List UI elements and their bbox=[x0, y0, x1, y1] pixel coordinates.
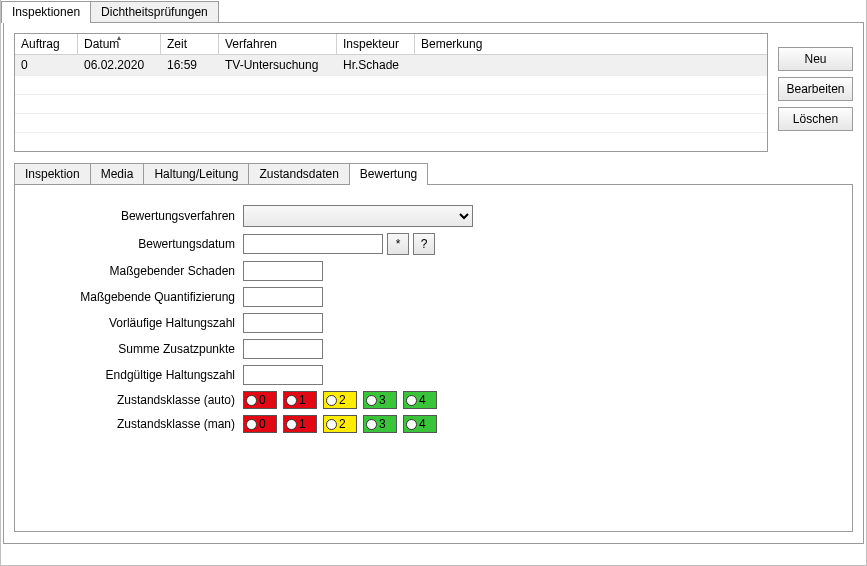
label-massgebender-schaden: Maßgebender Schaden bbox=[35, 264, 243, 278]
input-vorlaeufige-haltungszahl[interactable] bbox=[243, 313, 323, 333]
tab-panel-inspektionen: Auftrag ▴Datum Zeit Verfahren Inspekteur… bbox=[3, 22, 864, 544]
radio-label: 0 bbox=[259, 417, 266, 431]
cell-bemerkung bbox=[415, 55, 767, 75]
tab-dichtheitspruefungen[interactable]: Dichtheitsprüfungen bbox=[90, 1, 219, 23]
radio-label: 4 bbox=[419, 417, 426, 431]
input-bewertungsdatum[interactable] bbox=[243, 234, 383, 254]
label-massgebende-quantifizierung: Maßgebende Quantifizierung bbox=[35, 290, 243, 304]
radio-zk-man-3[interactable]: 3 bbox=[363, 415, 397, 433]
neu-button[interactable]: Neu bbox=[778, 47, 853, 71]
radio-label: 3 bbox=[379, 393, 386, 407]
col-header-auftrag[interactable]: Auftrag bbox=[15, 34, 78, 54]
table-row[interactable] bbox=[15, 113, 767, 132]
cell-zeit: 16:59 bbox=[161, 55, 219, 75]
cell-auftrag: 0 bbox=[15, 55, 78, 75]
input-endgueltige-haltungszahl[interactable] bbox=[243, 365, 323, 385]
radio-zk-auto-4[interactable]: 4 bbox=[403, 391, 437, 409]
radio-label: 0 bbox=[259, 393, 266, 407]
label-bewertungsverfahren: Bewertungsverfahren bbox=[35, 209, 243, 223]
table-row[interactable] bbox=[15, 94, 767, 113]
tab-haltung-leitung[interactable]: Haltung/Leitung bbox=[143, 163, 249, 185]
radio-label: 1 bbox=[299, 393, 306, 407]
radio-icon bbox=[366, 395, 377, 406]
radio-icon bbox=[406, 395, 417, 406]
zustandsklasse-auto-group: 0 1 2 3 4 bbox=[243, 391, 437, 409]
label-zustandsklasse-man: Zustandsklasse (man) bbox=[35, 417, 243, 431]
radio-label: 2 bbox=[339, 417, 346, 431]
tab-media[interactable]: Media bbox=[90, 163, 145, 185]
table-row[interactable] bbox=[15, 132, 767, 151]
input-massgebender-schaden[interactable] bbox=[243, 261, 323, 281]
col-header-bemerkung[interactable]: Bemerkung bbox=[415, 34, 767, 54]
tab-bewertung[interactable]: Bewertung bbox=[349, 163, 428, 185]
radio-zk-man-0[interactable]: 0 bbox=[243, 415, 277, 433]
radio-label: 4 bbox=[419, 393, 426, 407]
zustandsklasse-man-group: 0 1 2 3 4 bbox=[243, 415, 437, 433]
radio-zk-auto-0[interactable]: 0 bbox=[243, 391, 277, 409]
tab-inspektionen[interactable]: Inspektionen bbox=[1, 1, 91, 23]
tab-inspektion[interactable]: Inspektion bbox=[14, 163, 91, 185]
top-tab-bar: Inspektionen Dichtheitsprüfungen bbox=[1, 0, 866, 22]
label-endgueltige-haltungszahl: Endgültige Haltungszahl bbox=[35, 368, 243, 382]
cell-inspekteur: Hr.Schade bbox=[337, 55, 415, 75]
radio-icon bbox=[286, 395, 297, 406]
bearbeiten-button[interactable]: Bearbeiten bbox=[778, 77, 853, 101]
table-row[interactable] bbox=[15, 75, 767, 94]
col-header-datum-label: Datum bbox=[84, 37, 119, 51]
label-summe-zusatzpunkte: Summe Zusatzpunkte bbox=[35, 342, 243, 356]
radio-icon bbox=[246, 395, 257, 406]
col-header-datum[interactable]: ▴Datum bbox=[78, 34, 161, 54]
col-header-verfahren[interactable]: Verfahren bbox=[219, 34, 337, 54]
radio-label: 2 bbox=[339, 393, 346, 407]
input-massgebende-quantifizierung[interactable] bbox=[243, 287, 323, 307]
cell-datum: 06.02.2020 bbox=[78, 55, 161, 75]
label-zustandsklasse-auto: Zustandsklasse (auto) bbox=[35, 393, 243, 407]
radio-icon bbox=[326, 395, 337, 406]
radio-zk-auto-2[interactable]: 2 bbox=[323, 391, 357, 409]
radio-zk-man-2[interactable]: 2 bbox=[323, 415, 357, 433]
tab-panel-bewertung: Bewertungsverfahren Bewertungsdatum * ? … bbox=[14, 184, 853, 532]
side-button-column: Neu Bearbeiten Löschen bbox=[778, 47, 853, 152]
radio-label: 3 bbox=[379, 417, 386, 431]
loeschen-button[interactable]: Löschen bbox=[778, 107, 853, 131]
inner-tab-bar: Inspektion Media Haltung/Leitung Zustand… bbox=[14, 162, 853, 184]
radio-zk-man-1[interactable]: 1 bbox=[283, 415, 317, 433]
label-bewertungsdatum: Bewertungsdatum bbox=[35, 237, 243, 251]
col-header-zeit[interactable]: Zeit bbox=[161, 34, 219, 54]
tab-zustandsdaten[interactable]: Zustandsdaten bbox=[248, 163, 349, 185]
radio-icon bbox=[366, 419, 377, 430]
col-header-inspekteur[interactable]: Inspekteur bbox=[337, 34, 415, 54]
select-bewertungsverfahren[interactable] bbox=[243, 205, 473, 227]
label-vorlaeufige-haltungszahl: Vorläufige Haltungszahl bbox=[35, 316, 243, 330]
radio-zk-auto-1[interactable]: 1 bbox=[283, 391, 317, 409]
radio-icon bbox=[406, 419, 417, 430]
input-summe-zusatzpunkte[interactable] bbox=[243, 339, 323, 359]
table-row[interactable]: 0 06.02.2020 16:59 TV-Untersuchung Hr.Sc… bbox=[15, 55, 767, 75]
radio-zk-auto-3[interactable]: 3 bbox=[363, 391, 397, 409]
cell-verfahren: TV-Untersuchung bbox=[219, 55, 337, 75]
radio-label: 1 bbox=[299, 417, 306, 431]
radio-icon bbox=[326, 419, 337, 430]
inspections-table: Auftrag ▴Datum Zeit Verfahren Inspekteur… bbox=[14, 33, 768, 152]
radio-icon bbox=[246, 419, 257, 430]
today-button[interactable]: * bbox=[387, 233, 409, 255]
radio-zk-man-4[interactable]: 4 bbox=[403, 415, 437, 433]
date-help-button[interactable]: ? bbox=[413, 233, 435, 255]
sort-asc-icon: ▴ bbox=[117, 33, 121, 42]
table-header-row: Auftrag ▴Datum Zeit Verfahren Inspekteur… bbox=[15, 34, 767, 55]
radio-icon bbox=[286, 419, 297, 430]
